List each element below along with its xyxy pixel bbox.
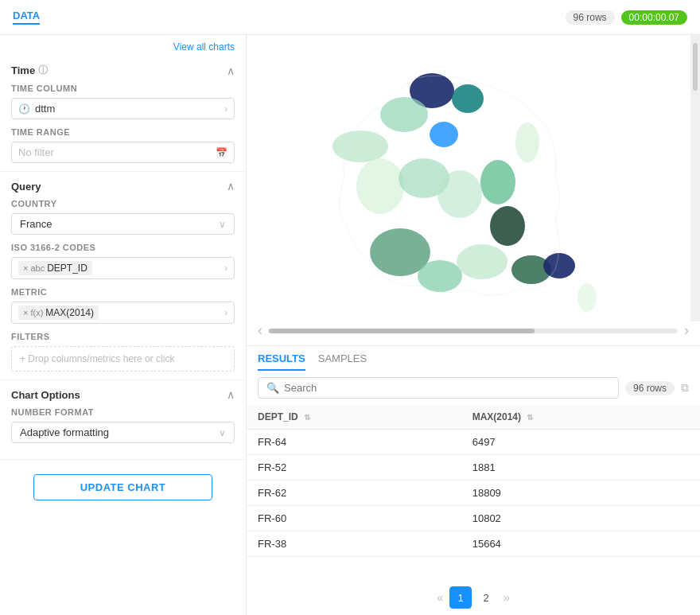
number-format-select[interactable]: Adaptive formatting ∨ bbox=[11, 422, 235, 443]
top-bar: DATA 96 rows 00:00:00.07 bbox=[0, 0, 700, 35]
svg-point-13 bbox=[490, 206, 525, 246]
prev-page-btn[interactable]: « bbox=[434, 591, 446, 604]
svg-point-5 bbox=[356, 158, 404, 214]
svg-point-1 bbox=[452, 84, 484, 113]
time-column-value: dttm bbox=[35, 103, 224, 115]
map-scrollbar[interactable] bbox=[690, 35, 700, 321]
svg-point-16 bbox=[578, 283, 597, 312]
tag-type: abc bbox=[30, 263, 45, 273]
tab-data[interactable]: DATA bbox=[13, 10, 40, 25]
info-icon[interactable]: ⓘ bbox=[38, 64, 48, 77]
results-table-container: DEPT_ID ⇅ MAX(2014) ⇅ FR-646497FR-521881… bbox=[247, 405, 700, 580]
next-page-btn[interactable]: » bbox=[500, 591, 513, 604]
filters-label: FILTERS bbox=[11, 332, 235, 341]
map-nav-right[interactable]: › bbox=[684, 322, 689, 339]
filters-drop-area[interactable]: + Drop columns/metrics here or click bbox=[11, 346, 235, 372]
chart-options-title: Chart Options bbox=[11, 389, 80, 401]
search-field[interactable] bbox=[284, 382, 610, 394]
sort-icon-dept: ⇅ bbox=[304, 413, 310, 422]
col-dept-id[interactable]: DEPT_ID ⇅ bbox=[247, 405, 461, 430]
main-layout: View all charts Time ⓘ ∧ TIME COLUMN 🕐 d… bbox=[0, 35, 700, 615]
left-panel: View all charts Time ⓘ ∧ TIME COLUMN 🕐 d… bbox=[0, 35, 247, 615]
cell-dept-id: FR-52 bbox=[247, 455, 461, 481]
metric-tag-close-icon[interactable]: × bbox=[23, 308, 28, 317]
svg-point-3 bbox=[380, 97, 428, 132]
chart-options-section: Chart Options ∧ NUMBER FORMAT Adaptive f… bbox=[0, 380, 246, 460]
time-section-collapse[interactable]: ∧ bbox=[227, 64, 235, 77]
cell-max-val: 6497 bbox=[461, 430, 700, 455]
filters-placeholder: + Drop columns/metrics here or click bbox=[20, 353, 174, 364]
right-panel: ‹ › ∧ RESULTS SAMPLES 🔍 bbox=[247, 35, 700, 615]
view-all-charts-link[interactable]: View all charts bbox=[173, 41, 235, 53]
svg-point-2 bbox=[430, 122, 458, 147]
time-column-select[interactable]: 🕐 dttm › bbox=[11, 98, 235, 119]
metric-label: METRIC bbox=[11, 287, 235, 297]
chevron-right-icon: › bbox=[224, 103, 228, 115]
chevron-right-icon-metric: › bbox=[224, 307, 228, 318]
iso-tag: × abc DEPT_ID bbox=[18, 261, 92, 275]
table-row: FR-3815664 bbox=[247, 531, 700, 557]
metric-field[interactable]: × f(x) MAX(2014) › bbox=[11, 302, 235, 324]
results-table: DEPT_ID ⇅ MAX(2014) ⇅ FR-646497FR-521881… bbox=[247, 405, 700, 557]
cell-max-val: 15664 bbox=[461, 531, 700, 557]
sort-icon-max: ⇅ bbox=[527, 413, 533, 422]
chevron-down-icon-nf: ∨ bbox=[219, 427, 226, 438]
iso-label: ISO 3166-2 CODES bbox=[11, 243, 235, 252]
update-chart-button[interactable]: UPDATE CHART bbox=[33, 474, 212, 500]
search-bar-row: 🔍 96 rows ⧉ bbox=[247, 371, 700, 405]
calendar-icon: 📅 bbox=[216, 147, 228, 158]
map-bottom-scrollbar[interactable] bbox=[269, 329, 678, 333]
chevron-right-icon-iso: › bbox=[224, 263, 228, 274]
metric-tag-value: MAX(2014) bbox=[45, 307, 94, 318]
cell-dept-id: FR-60 bbox=[247, 506, 461, 531]
number-format-label: NUMBER FORMAT bbox=[11, 407, 235, 417]
cell-max-val: 1881 bbox=[461, 455, 700, 481]
tab-results[interactable]: RESULTS bbox=[258, 352, 305, 371]
page-2-btn[interactable]: 2 bbox=[475, 586, 497, 609]
search-input-container[interactable]: 🔍 bbox=[258, 377, 619, 399]
cell-max-val: 10802 bbox=[461, 506, 700, 531]
copy-icon[interactable]: ⧉ bbox=[681, 381, 689, 395]
cell-dept-id: FR-38 bbox=[247, 531, 461, 557]
table-row: FR-646497 bbox=[247, 430, 700, 455]
time-range-value: No filter bbox=[18, 146, 216, 158]
col-max2014[interactable]: MAX(2014) ⇅ bbox=[461, 405, 700, 430]
tag-close-icon[interactable]: × bbox=[23, 263, 28, 273]
country-value: France bbox=[20, 218, 219, 230]
time-column-label: TIME COLUMN bbox=[11, 84, 235, 93]
query-section-title: Query bbox=[11, 181, 41, 193]
time-range-input[interactable]: No filter 📅 bbox=[11, 142, 235, 163]
svg-point-15 bbox=[543, 253, 575, 278]
svg-point-12 bbox=[457, 244, 508, 279]
iso-field[interactable]: × abc DEPT_ID › bbox=[11, 257, 235, 279]
results-collapse-icon[interactable]: ∧ bbox=[681, 344, 689, 345]
query-section-collapse[interactable]: ∧ bbox=[227, 180, 235, 193]
time-section-title: Time ⓘ bbox=[11, 64, 48, 77]
number-format-value: Adaptive formatting bbox=[20, 426, 219, 438]
cell-dept-id: FR-64 bbox=[247, 430, 461, 455]
tag-value: DEPT_ID bbox=[47, 263, 88, 274]
svg-point-4 bbox=[332, 130, 388, 162]
top-bar-left: DATA bbox=[13, 10, 40, 25]
rows-badge: 96 rows bbox=[566, 10, 615, 25]
country-select[interactable]: France ∨ bbox=[11, 213, 235, 235]
results-rows-count: 96 rows bbox=[625, 381, 675, 395]
metric-tag: × f(x) MAX(2014) bbox=[18, 306, 99, 320]
chart-options-collapse[interactable]: ∧ bbox=[227, 388, 235, 401]
table-row: FR-6010802 bbox=[247, 506, 700, 531]
map-nav-row: ‹ › bbox=[247, 322, 700, 339]
map-nav-left[interactable]: ‹ bbox=[258, 322, 262, 339]
time-range-label: TIME RANGE bbox=[11, 127, 235, 137]
map-bottom-thumb bbox=[269, 329, 535, 333]
cell-dept-id: FR-62 bbox=[247, 481, 461, 506]
search-icon: 🔍 bbox=[266, 382, 279, 394]
page-1-btn[interactable]: 1 bbox=[449, 586, 472, 609]
svg-point-9 bbox=[515, 123, 539, 162]
time-section: Time ⓘ ∧ TIME COLUMN 🕐 dttm › TIME RANGE… bbox=[0, 56, 246, 172]
map-area: ‹ › ∧ bbox=[247, 35, 700, 345]
clock-icon: 🕐 bbox=[18, 103, 30, 115]
query-section: Query ∧ COUNTRY France ∨ ISO 3166-2 CODE… bbox=[0, 172, 246, 380]
pagination: « 1 2 » bbox=[247, 580, 700, 615]
metric-tag-type: f(x) bbox=[30, 308, 43, 317]
tab-samples[interactable]: SAMPLES bbox=[318, 352, 367, 371]
